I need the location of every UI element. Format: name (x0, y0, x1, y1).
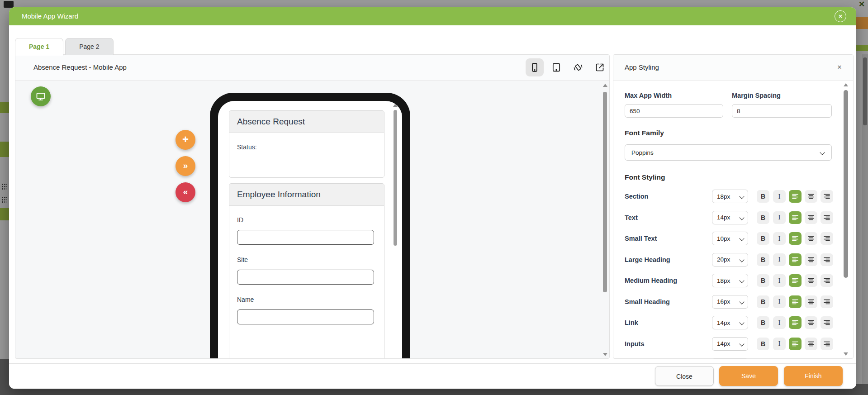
align-right-button[interactable] (821, 338, 833, 350)
font-size-select[interactable]: 10px (712, 232, 748, 245)
align-left-button[interactable] (789, 274, 802, 287)
chevron-down-icon (739, 215, 744, 220)
chevron-down-icon (739, 341, 744, 346)
align-right-button[interactable] (821, 253, 833, 266)
max-app-width-input[interactable] (625, 104, 723, 118)
page-scrollbar-thumb[interactable] (863, 57, 867, 125)
font-family-select[interactable]: Poppins (625, 144, 832, 161)
font-size-select[interactable]: 14px (712, 316, 748, 329)
font-size-select[interactable]: 14px (712, 337, 748, 351)
finish-button[interactable]: Finish (784, 366, 843, 386)
align-right-button[interactable] (821, 190, 833, 203)
align-center-button[interactable] (805, 358, 817, 359)
tablet-preview-button[interactable] (547, 58, 565, 76)
align-right-button[interactable] (821, 295, 833, 308)
bold-button[interactable]: B (757, 274, 769, 287)
italic-button[interactable]: I (773, 211, 786, 224)
absence-request-card[interactable]: Absence Request Status: (229, 110, 384, 178)
italic-button[interactable]: I (773, 232, 786, 245)
font-size-select[interactable]: 14px (712, 211, 748, 224)
move-forward-button[interactable]: » (175, 156, 195, 176)
bold-button[interactable]: B (757, 316, 769, 329)
align-right-icon (824, 257, 830, 263)
font-size-select[interactable]: 16px (712, 295, 748, 309)
page-close-icon[interactable]: ✕ (856, 0, 867, 9)
align-left-button[interactable] (789, 232, 802, 245)
canvas-scroll-down-arrow[interactable] (603, 353, 607, 356)
italic-button[interactable]: I (773, 316, 786, 329)
canvas-scrollbar-thumb[interactable] (603, 92, 607, 292)
tab-page-2[interactable]: Page 2 (65, 38, 113, 55)
italic-button[interactable] (773, 358, 786, 359)
move-back-button[interactable]: « (175, 182, 195, 202)
canvas-scroll-up-arrow[interactable] (603, 84, 607, 87)
align-left-button[interactable] (789, 253, 802, 266)
bold-button[interactable]: B (757, 338, 769, 350)
bold-button[interactable]: B (757, 190, 769, 203)
site-field[interactable] (237, 270, 374, 285)
name-field[interactable] (237, 309, 374, 324)
panel-scroll-down-arrow[interactable] (844, 352, 848, 356)
align-center-button[interactable] (805, 190, 817, 203)
bold-button[interactable]: B (757, 232, 769, 245)
bold-button[interactable]: B (757, 295, 769, 308)
align-center-button[interactable] (805, 211, 817, 224)
align-right-button[interactable] (821, 316, 833, 329)
save-button[interactable]: Save (719, 366, 778, 386)
italic-button[interactable]: I (773, 295, 786, 308)
align-left-button[interactable] (789, 338, 802, 350)
align-right-button[interactable] (821, 232, 833, 245)
align-right-button[interactable] (821, 211, 833, 224)
panel-body: Max App Width Margin Spacing Font Family… (613, 80, 853, 359)
align-left-button[interactable] (789, 295, 802, 308)
dialog-close-button[interactable]: ✕ (835, 10, 846, 22)
font-size-value: 10px (717, 235, 730, 242)
align-left-button[interactable] (789, 316, 802, 329)
align-left-button[interactable] (789, 358, 802, 359)
phone-scroll-up-arrow[interactable] (393, 104, 398, 107)
font-size-select[interactable]: 20px (712, 253, 748, 267)
rotate-device-button[interactable] (569, 58, 587, 76)
align-right-button[interactable] (821, 274, 833, 287)
margin-spacing-input[interactable] (732, 104, 832, 118)
font-size-select[interactable] (712, 358, 748, 359)
align-center-button[interactable] (805, 274, 817, 287)
align-left-icon (792, 214, 798, 221)
align-right-icon (824, 193, 830, 200)
id-field[interactable] (237, 230, 374, 245)
align-center-button[interactable] (805, 338, 817, 350)
font-styling-rows: Section 18px B I Text 14px B I (625, 190, 846, 359)
align-left-button[interactable] (789, 211, 802, 224)
phone-screen: Absence Request Status: Employee Informa… (218, 101, 402, 359)
align-right-icon (824, 214, 830, 221)
align-center-button[interactable] (805, 316, 817, 329)
phone-scrollbar-thumb[interactable] (394, 110, 397, 246)
align-right-button[interactable] (821, 358, 833, 359)
align-center-button[interactable] (805, 232, 817, 245)
align-center-button[interactable] (805, 253, 817, 266)
bold-button[interactable] (757, 358, 769, 359)
align-center-button[interactable] (805, 295, 817, 308)
align-left-button[interactable] (789, 190, 802, 203)
font-size-value: 14px (717, 340, 730, 347)
bold-button[interactable]: B (757, 211, 769, 224)
italic-button[interactable]: I (773, 253, 786, 266)
employee-information-card[interactable]: Employee Information ID Site Name (229, 183, 384, 359)
tab-page-1[interactable]: Page 1 (15, 38, 63, 56)
italic-button[interactable]: I (773, 338, 786, 350)
font-styling-row-section: Section 18px B I (625, 190, 846, 203)
open-external-button[interactable] (591, 58, 609, 76)
font-size-select[interactable]: 18px (712, 190, 748, 203)
panel-close-icon[interactable]: ✕ (836, 64, 843, 71)
italic-button[interactable]: I (773, 274, 786, 287)
panel-scrollbar-thumb[interactable] (844, 90, 848, 278)
bold-button[interactable]: B (757, 253, 769, 266)
desktop-preview-button[interactable] (31, 86, 51, 106)
add-element-button[interactable]: + (175, 130, 195, 150)
close-button[interactable]: Close (655, 366, 714, 386)
id-label: ID (237, 216, 243, 224)
panel-scroll-up-arrow[interactable] (844, 83, 848, 86)
font-size-select[interactable]: 18px (712, 274, 748, 287)
phone-preview-button[interactable] (526, 58, 544, 76)
italic-button[interactable]: I (773, 190, 786, 203)
